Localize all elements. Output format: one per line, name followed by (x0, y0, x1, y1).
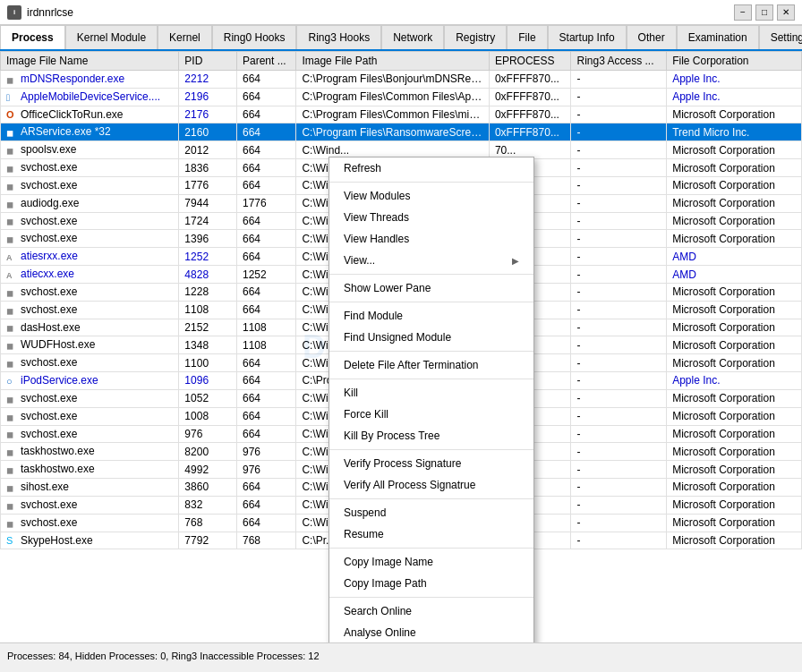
table-cell: 664 (236, 248, 295, 266)
table-cell: 768 (236, 532, 295, 549)
table-cell: ◼svchost.exe (1, 283, 179, 301)
process-name: svchost.exe (21, 285, 77, 298)
menu-item-view-modules[interactable]: View Modules (329, 185, 533, 207)
status-bar: Processes: 84, Hidden Processes: 0, Ring… (0, 642, 802, 668)
table-cell: - (571, 301, 667, 319)
tab-registry[interactable]: Registry (444, 25, 507, 49)
menu-item-search-online[interactable]: Search Online (329, 600, 533, 622)
menu-item-delete-file[interactable]: Delete File After Termination (329, 354, 533, 376)
table-row[interactable]: ◼mDNSResponder.exe2212664C:\Program File… (1, 71, 802, 89)
table-cell: 1108 (179, 301, 237, 319)
table-cell: ◼ARService.exe *32 (1, 123, 179, 141)
row-icon: ◼ (6, 499, 19, 512)
tab-file[interactable]: File (507, 25, 547, 49)
tab-setting[interactable]: Setting (759, 25, 802, 49)
table-cell: - (571, 212, 667, 230)
tab-network[interactable]: Network (381, 25, 444, 49)
menu-item-analyse-online[interactable]: Analyse Online (329, 622, 533, 642)
row-icon: ◼ (6, 286, 19, 299)
maximize-button[interactable]: □ (755, 4, 773, 21)
menu-item-copy-image-path[interactable]: Copy Image Path (329, 573, 533, 594)
table-row[interactable]: AppleMobileDeviceService....2196664C:\P… (1, 88, 802, 106)
table-cell: ◼svchost.exe (1, 212, 179, 230)
tab-startup-info[interactable]: Startup Info (548, 25, 627, 49)
row-icon: ○ (6, 375, 19, 387)
row-icon: ◼ (6, 215, 19, 227)
menu-item-verify-process-sig[interactable]: Verify Process Signature (329, 453, 533, 474)
table-cell: - (571, 407, 667, 425)
menu-item-show-lower-pane[interactable]: Show Lower Pane (329, 277, 533, 299)
row-icon: ◼ (6, 446, 19, 458)
menu-item-label: View Modules (344, 190, 410, 202)
close-button[interactable]: ✕ (777, 4, 795, 21)
tab-ring3-hooks[interactable]: Ring3 Hooks (296, 25, 381, 49)
table-cell: - (571, 514, 667, 532)
menu-item-view-threads[interactable]: View Threads (329, 207, 533, 228)
col-header: Image File Path (296, 52, 489, 71)
table-cell: Microsoft Corporation (667, 106, 802, 123)
menu-item-verify-all-process-sig[interactable]: Verify All Process Signatrue (329, 474, 533, 496)
menu-separator (329, 274, 533, 275)
row-icon: ◼ (6, 304, 19, 317)
menu-item-label: Delete File After Termination (344, 359, 479, 371)
tab-process[interactable]: Process (0, 25, 65, 51)
table-row[interactable]: OOfficeClickToRun.exe2176664C:\Program F… (1, 106, 802, 123)
table-cell: OOfficeClickToRun.exe (1, 106, 179, 123)
menu-item-label: Show Lower Pane (344, 282, 431, 294)
tab-kernel-module[interactable]: Kernel Module (65, 25, 158, 49)
table-cell: 664 (236, 407, 295, 425)
table-cell: - (571, 532, 667, 549)
table-cell: 0xFFFF870... (489, 88, 571, 106)
menu-item-kill-by-process-tree[interactable]: Kill By Process Tree (329, 425, 533, 447)
table-cell: 664 (236, 71, 295, 89)
table-cell: 664 (236, 425, 295, 443)
menu-item-kill[interactable]: Kill (329, 382, 533, 404)
table-cell: 768 (179, 514, 237, 532)
menu-separator (329, 302, 533, 302)
row-icon: ◼ (6, 321, 19, 334)
process-name: svchost.exe (21, 161, 77, 174)
menu-item-find-module[interactable]: Find Module (329, 305, 533, 327)
title-bar: i irdnnrlcse − □ ✕ (0, 0, 802, 25)
menu-item-suspend[interactable]: Suspend (329, 502, 533, 523)
submenu-arrow-icon: ▶ (512, 256, 519, 266)
tab-examination[interactable]: Examination (677, 25, 759, 49)
menu-item-view-handles[interactable]: View Handles (329, 228, 533, 250)
table-cell: ◼taskhostwo.exe (1, 461, 179, 479)
table-cell: 664 (236, 354, 295, 372)
tab-ring0-hooks[interactable]: Ring0 Hooks (212, 25, 297, 49)
menu-item-label: Copy Image Name (344, 556, 433, 568)
menu-item-view[interactable]: View...▶ (329, 250, 533, 271)
table-cell: - (571, 372, 667, 390)
menu-item-label: Search Online (344, 605, 412, 617)
menu-separator (329, 449, 533, 450)
process-name: taskhostwo.exe (21, 463, 95, 475)
process-name: svchost.exe (21, 498, 77, 511)
table-cell: Microsoft Corporation (667, 176, 802, 194)
minimize-button[interactable]: − (734, 4, 752, 21)
table-cell: ◼dasHost.exe (1, 319, 179, 336)
table-row[interactable]: ◼ARService.exe *322160664C:\Program File… (1, 123, 802, 141)
menu-item-refresh[interactable]: Refresh (329, 157, 533, 179)
menu-item-resume[interactable]: Resume (329, 523, 533, 545)
row-icon: S (6, 534, 19, 547)
process-name: atiesrxx.exe (21, 250, 78, 262)
menu-item-copy-image-name[interactable]: Copy Image Name (329, 551, 533, 573)
tab-kernel[interactable]: Kernel (158, 25, 212, 49)
menu-item-find-unsigned[interactable]: Find Unsigned Module (329, 327, 533, 348)
table-cell: 976 (179, 425, 237, 443)
table-cell: ◼sihost.exe (1, 479, 179, 497)
table-cell: - (571, 443, 667, 461)
table-cell: ◼taskhostwo.exe (1, 443, 179, 461)
table-cell: ◼svchost.exe (1, 301, 179, 319)
tab-bar: ProcessKernel ModuleKernelRing0 HooksRin… (0, 25, 802, 51)
menu-item-label: Resume (344, 528, 384, 540)
menu-item-label: Suspend (344, 506, 386, 519)
table-cell: ◼svchost.exe (1, 230, 179, 248)
table-cell: 8200 (179, 443, 237, 461)
table-cell: 832 (179, 496, 237, 514)
table-cell: 0xFFFF870... (489, 123, 571, 141)
col-header: Parent ... (236, 52, 295, 71)
tab-other[interactable]: Other (627, 25, 677, 49)
menu-item-force-kill[interactable]: Force Kill (329, 404, 533, 425)
